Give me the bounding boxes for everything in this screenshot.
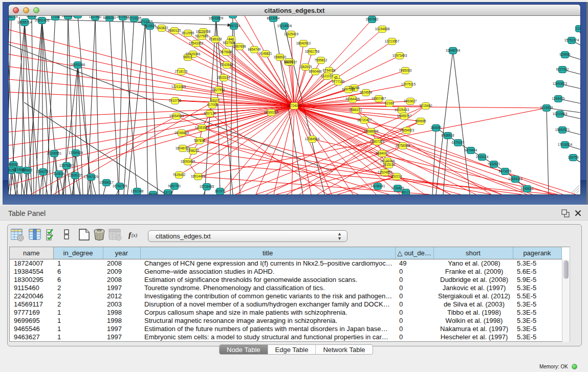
- svg-text:989695: 989695: [415, 119, 426, 123]
- svg-text:45: 45: [334, 76, 338, 79]
- svg-text:8471676: 8471676: [499, 169, 512, 173]
- svg-text:10210643: 10210643: [553, 112, 568, 116]
- svg-text:10154838: 10154838: [375, 27, 390, 31]
- svg-text:1362615: 1362615: [299, 65, 312, 69]
- svg-text:10688609: 10688609: [364, 129, 379, 133]
- svg-text:62160: 62160: [385, 101, 394, 105]
- svg-text:20364436: 20364436: [345, 97, 360, 101]
- svg-text:252214: 252214: [391, 174, 402, 178]
- svg-text:8813054: 8813054: [267, 16, 280, 20]
- svg-text:19218506: 19218506: [277, 24, 292, 28]
- svg-text:16648784: 16648784: [446, 49, 461, 52]
- svg-text:8454749: 8454749: [248, 48, 261, 51]
- svg-text:126753: 126753: [568, 156, 579, 159]
- svg-text:417001: 417001: [207, 103, 218, 106]
- svg-text:8938918: 8938918: [442, 134, 454, 137]
- svg-text:11325419: 11325419: [284, 32, 298, 36]
- svg-text:8660125: 8660125: [168, 29, 181, 32]
- svg-text:14353584: 14353584: [195, 126, 210, 129]
- svg-text:546: 546: [229, 37, 234, 41]
- svg-text:93715: 93715: [163, 191, 172, 194]
- svg-text:9327508: 9327508: [223, 41, 236, 45]
- svg-text:3824554: 3824554: [360, 91, 373, 94]
- svg-text:15720407: 15720407: [357, 118, 372, 122]
- svg-text:8427552: 8427552: [212, 88, 225, 92]
- svg-text:20206551: 20206551: [47, 151, 62, 155]
- svg-text:83220: 83220: [284, 60, 293, 63]
- svg-text:18807269: 18807269: [370, 140, 385, 143]
- svg-text:6466160: 6466160: [103, 16, 116, 19]
- svg-text:17359924: 17359924: [69, 151, 83, 155]
- svg-text:18300295: 18300295: [264, 111, 279, 114]
- svg-text:77108: 77108: [51, 16, 60, 18]
- svg-text:98121: 98121: [401, 190, 410, 194]
- svg-text:164095: 164095: [430, 126, 442, 129]
- svg-text:189919: 189919: [26, 16, 37, 17]
- svg-text:18724007: 18724007: [287, 104, 302, 107]
- svg-text:10958117: 10958117: [99, 181, 114, 184]
- svg-text:7625402: 7625402: [173, 173, 186, 177]
- svg-text:9245612: 9245612: [521, 187, 534, 190]
- svg-text:7357224: 7357224: [228, 24, 241, 28]
- svg-text:19654933: 19654933: [169, 114, 184, 118]
- svg-text:16961758: 16961758: [305, 50, 320, 53]
- svg-text:15692971: 15692971: [555, 128, 570, 132]
- svg-text:10653267: 10653267: [71, 16, 85, 16]
- svg-text:16120746: 16120746: [380, 159, 395, 163]
- svg-text:18640910: 18640910: [296, 41, 311, 45]
- svg-text:19654923: 19654923: [400, 128, 415, 132]
- svg-text:9684047: 9684047: [376, 151, 389, 155]
- svg-text:2055714: 2055714: [9, 16, 18, 18]
- svg-text:1244415: 1244415: [552, 97, 565, 100]
- svg-text:10807487: 10807487: [372, 97, 386, 100]
- svg-text:13524851: 13524851: [378, 170, 393, 174]
- svg-text:2087682: 2087682: [366, 17, 379, 21]
- svg-text:2867608: 2867608: [233, 45, 246, 48]
- svg-text:1621072: 1621072: [321, 74, 334, 78]
- svg-text:115682: 115682: [22, 168, 33, 172]
- svg-text:9146821: 9146821: [259, 52, 272, 55]
- svg-text:98901: 98901: [183, 55, 192, 59]
- svg-text:7515526: 7515526: [144, 24, 157, 28]
- svg-text:17957225: 17957225: [84, 175, 99, 179]
- svg-text:1292348: 1292348: [131, 189, 144, 193]
- svg-text:9215460: 9215460: [420, 104, 432, 107]
- svg-text:16914479: 16914479: [191, 174, 206, 178]
- svg-text:929996: 929996: [559, 53, 571, 56]
- svg-text:16543362: 16543362: [189, 41, 204, 45]
- svg-text:114519: 114519: [54, 172, 64, 176]
- svg-text:8186328: 8186328: [209, 37, 222, 41]
- svg-text:15751074: 15751074: [564, 38, 579, 42]
- svg-text:15716485: 15716485: [200, 185, 214, 188]
- svg-text:16782759: 16782759: [113, 184, 127, 188]
- svg-text:3267130: 3267130: [204, 112, 216, 115]
- svg-text:1733426: 1733426: [391, 186, 404, 190]
- svg-text:12384554: 12384554: [305, 137, 320, 141]
- svg-text:587834: 587834: [194, 139, 205, 142]
- svg-text:2986372: 2986372: [350, 108, 362, 112]
- svg-text:12975115: 12975115: [401, 82, 416, 86]
- svg-text:2718176: 2718176: [175, 70, 188, 73]
- svg-text:9474444: 9474444: [465, 148, 477, 152]
- svg-text:19166825: 19166825: [175, 131, 189, 135]
- svg-text:7663822: 7663822: [156, 26, 168, 30]
- svg-text:9242848: 9242848: [221, 63, 233, 67]
- svg-text:865061: 865061: [9, 163, 19, 166]
- svg-text:2803144: 2803144: [217, 76, 230, 79]
- svg-text:9777169: 9777169: [332, 80, 345, 83]
- svg-text:6497568: 6497568: [342, 87, 355, 91]
- svg-text:1615132: 1615132: [383, 163, 396, 166]
- svg-text:84211: 84211: [148, 192, 158, 194]
- svg-text:1910755: 1910755: [169, 99, 182, 102]
- svg-text:10719185: 10719185: [127, 16, 142, 20]
- svg-text:161971: 161971: [214, 189, 226, 193]
- svg-text:9457791: 9457791: [168, 184, 181, 188]
- svg-text:19107: 19107: [210, 99, 220, 102]
- svg-text:2933114: 2933114: [476, 155, 489, 159]
- svg-text:12505135: 12505135: [68, 173, 83, 177]
- svg-text:17942737: 17942737: [36, 170, 51, 173]
- svg-text:6379197: 6379197: [452, 141, 465, 144]
- svg-text:7485063: 7485063: [399, 69, 412, 72]
- svg-text:13975887: 13975887: [59, 164, 74, 167]
- svg-text:1498222: 1498222: [187, 149, 200, 152]
